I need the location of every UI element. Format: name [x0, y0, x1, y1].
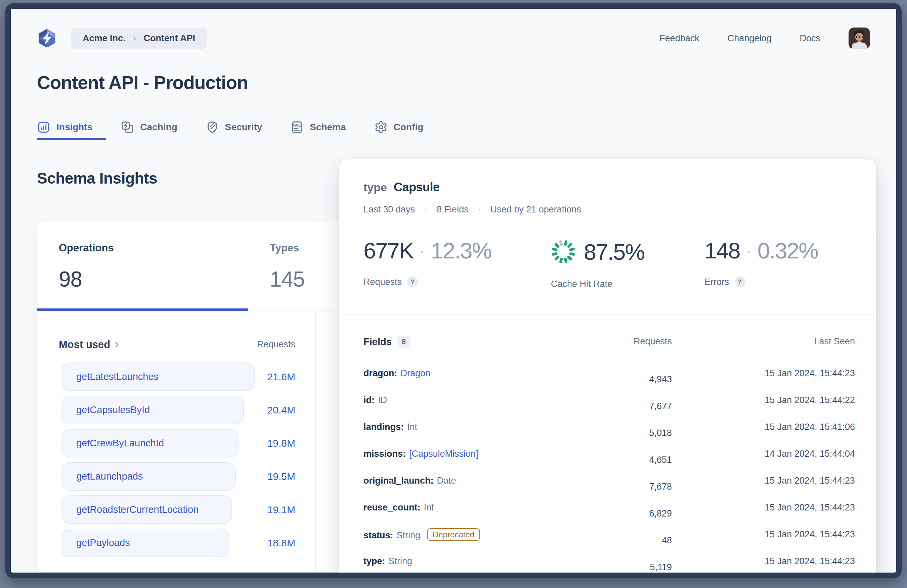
- field-type[interactable]: Dragon: [401, 368, 431, 378]
- list-item: getLaunchpads 19.5M: [59, 462, 295, 495]
- operation-pill[interactable]: getCrewByLaunchId: [61, 429, 239, 457]
- stat-requests: 677K · 12.3% Requests ?: [364, 239, 491, 287]
- operation-requests: 18.8M: [268, 537, 295, 549]
- type-detail-panel: typeCapsule Last 30 days · 8 Fields · Us…: [339, 160, 876, 578]
- operation-pill[interactable]: getLatestLaunches: [61, 363, 255, 391]
- tabs-divider: [11, 140, 896, 140]
- tab-label: Security: [225, 122, 262, 133]
- field-last-seen: 15 Jan 2024, 15:44:23: [764, 556, 855, 567]
- type-meta: Last 30 days · 8 Fields · Used by 21 ope…: [364, 205, 581, 215]
- breadcrumb-project[interactable]: Content API: [144, 33, 195, 44]
- field-row: reuse_count:Int 6,829 15 Jan 2024, 15:44…: [364, 498, 855, 524]
- requests-label: Requests: [364, 277, 402, 287]
- nav-changelog-link[interactable]: Changelog: [728, 33, 772, 44]
- page-title: Content API - Production: [37, 72, 248, 93]
- operation-pill[interactable]: getLaunchpads: [61, 462, 236, 491]
- active-tab-underline: [37, 138, 106, 140]
- errors-rate: 0.32%: [758, 239, 818, 262]
- operation-requests: 19.5M: [268, 471, 295, 482]
- stat-cache-hit-rate: 87.5% Cache Hit Rate: [551, 239, 644, 289]
- most-used-title-link[interactable]: Most used ›: [59, 338, 119, 351]
- cache-bolt-icon: [120, 120, 134, 134]
- tab-security[interactable]: Security: [205, 120, 262, 134]
- field-requests: 5,018: [649, 428, 672, 438]
- user-avatar[interactable]: [849, 27, 870, 49]
- svg-text:GQL: GQL: [293, 123, 301, 127]
- tab-config[interactable]: Config: [374, 120, 424, 134]
- field-type[interactable]: Int: [407, 422, 417, 432]
- list-item: getLatestLaunches 21.6M: [59, 363, 295, 396]
- shield-icon: [205, 120, 219, 134]
- help-icon[interactable]: ?: [735, 276, 745, 287]
- types-label: Types: [270, 242, 299, 254]
- field-type[interactable]: [CapsuleMission]: [409, 449, 478, 459]
- field-name: status:: [364, 530, 393, 540]
- field-requests: 7,677: [649, 401, 672, 411]
- field-last-seen: 15 Jan 2024, 15:44:23: [764, 529, 855, 540]
- cache-hit-label: Cache Hit Rate: [551, 279, 612, 289]
- field-requests: 4,943: [649, 374, 672, 385]
- chevron-right-icon: ›: [115, 337, 119, 350]
- field-name: landings:: [364, 422, 404, 432]
- top-bar-left: Acme Inc. › Content API: [37, 27, 207, 49]
- type-panel-title: typeCapsule: [364, 180, 439, 194]
- breadcrumb[interactable]: Acme Inc. › Content API: [71, 27, 207, 49]
- field-name: reuse_count:: [364, 502, 421, 513]
- help-icon[interactable]: ?: [407, 276, 418, 287]
- gear-icon: [374, 120, 388, 134]
- operation-pill[interactable]: getPayloads: [61, 529, 229, 557]
- fields-requests-header: Requests: [633, 336, 672, 347]
- field-row: landings:Int 5,018 15 Jan 2024, 15:41:06: [364, 417, 855, 444]
- operation-pill[interactable]: getCapsulesById: [61, 396, 244, 424]
- most-used-header: Most used › Requests: [59, 338, 295, 351]
- field-row: status:StringDeprecated 48 15 Jan 2024, …: [364, 524, 855, 551]
- fields-table: dragon:Dragon 4,943 15 Jan 2024, 15:44:2…: [364, 363, 855, 578]
- stats-fields-divider: [339, 314, 876, 315]
- top-bar: Acme Inc. › Content API Feedback Changel…: [37, 27, 870, 50]
- breadcrumb-org[interactable]: Acme Inc.: [83, 33, 126, 44]
- tab-label: Caching: [140, 122, 177, 133]
- field-last-seen: 15 Jan 2024, 15:44:23: [764, 502, 855, 513]
- dot-separator: ·: [747, 245, 751, 257]
- field-type[interactable]: String: [397, 530, 421, 540]
- nav-feedback-link[interactable]: Feedback: [659, 33, 699, 44]
- nav-docs-link[interactable]: Docs: [800, 33, 820, 44]
- operation-requests: 20.4M: [268, 404, 295, 416]
- tab-caching[interactable]: Caching: [120, 120, 177, 134]
- fields-last-seen-header: Last Seen: [814, 336, 855, 347]
- cache-spinner-icon: [551, 239, 576, 264]
- summary-tab-operations[interactable]: Operations 98: [37, 221, 248, 310]
- tab-bar: Insights Caching Security: [37, 117, 423, 137]
- field-row: dragon:Dragon 4,943 15 Jan 2024, 15:44:2…: [364, 363, 855, 390]
- most-used-list: getLatestLaunches 21.6M getCapsulesById …: [59, 363, 295, 562]
- field-type[interactable]: ID: [378, 395, 387, 405]
- summary-tab-types[interactable]: Types 145: [248, 221, 340, 310]
- product-logo-icon[interactable]: [37, 28, 57, 48]
- field-requests: 6,829: [649, 508, 672, 519]
- tab-label: Config: [394, 122, 424, 133]
- dot-separator: ·: [478, 205, 481, 215]
- operation-pill[interactable]: getRoadsterCurrentLocation: [61, 495, 232, 524]
- tab-schema[interactable]: GQL Schema: [290, 120, 346, 134]
- gql-document-icon: GQL: [290, 120, 304, 134]
- type-name: Capsule: [394, 180, 440, 194]
- field-name: missions:: [364, 449, 406, 459]
- most-used-panel: Most used › Requests getLatestLaunches 2…: [59, 338, 295, 562]
- field-type[interactable]: Date: [437, 476, 456, 486]
- field-name: original_launch:: [364, 476, 434, 486]
- operation-requests: 19.1M: [268, 504, 295, 516]
- tab-label: Schema: [310, 122, 346, 133]
- tab-insights[interactable]: Insights: [37, 120, 92, 134]
- field-type[interactable]: Int: [424, 502, 434, 513]
- deprecated-badge: Deprecated: [427, 528, 480, 541]
- errors-value: 148: [704, 239, 740, 262]
- types-count: 145: [270, 267, 305, 292]
- field-type[interactable]: String: [389, 556, 412, 566]
- top-bar-nav: Feedback Changelog Docs: [659, 27, 870, 49]
- field-requests: 5,119: [650, 562, 672, 572]
- field-row: original_launch:Date 7,678 15 Jan 2024, …: [364, 471, 855, 498]
- operations-label: Operations: [59, 242, 114, 254]
- stat-errors: 148 · 0.32% Errors ?: [704, 239, 818, 287]
- dot-separator: ·: [420, 245, 424, 257]
- list-item: getRoadsterCurrentLocation 19.1M: [59, 495, 295, 529]
